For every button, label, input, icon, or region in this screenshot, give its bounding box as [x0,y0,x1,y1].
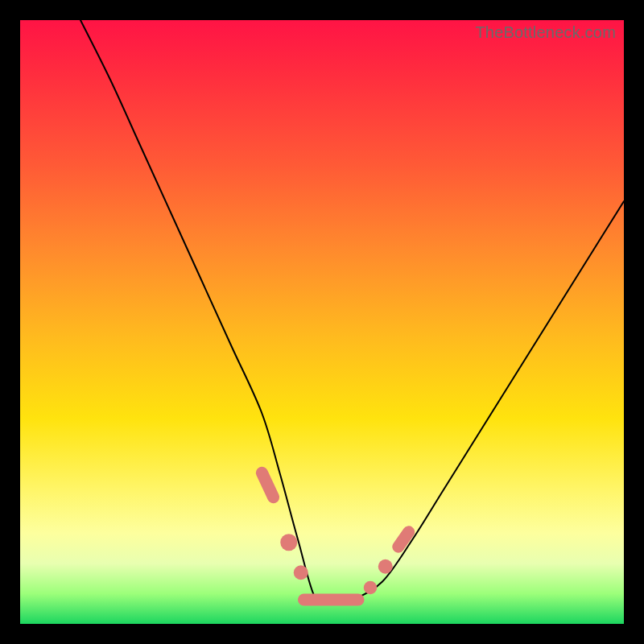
marker-pill [398,532,409,547]
marker-dot [280,534,297,551]
outer-frame: TheBottleneck.com [0,0,644,644]
plot-area: TheBottleneck.com [20,20,624,624]
bottleneck-curve [80,20,624,605]
marker-pill [262,473,273,497]
marker-dot [378,559,393,574]
marker-dot [294,565,308,580]
marker-dot [364,581,378,595]
chart-svg [20,20,624,624]
curve-markers [262,473,408,600]
